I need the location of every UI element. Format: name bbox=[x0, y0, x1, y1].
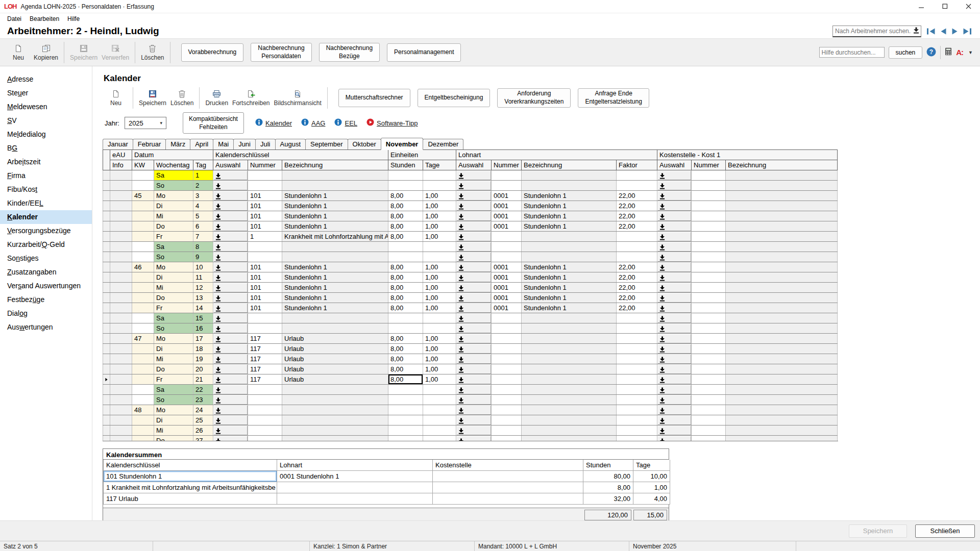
day-23-kostenstelle-nummer[interactable] bbox=[692, 395, 726, 405]
day-14-faktor[interactable]: 22,00 bbox=[617, 303, 657, 313]
day-8-ks-auswahl-button[interactable] bbox=[213, 242, 248, 252]
day-17-tage[interactable]: 1,00 bbox=[423, 334, 456, 344]
day-7-ks-auswahl-button[interactable] bbox=[213, 232, 248, 242]
day-2-stunden[interactable] bbox=[388, 181, 423, 191]
day-17-daynumber[interactable]: 17 bbox=[193, 334, 213, 344]
day-15-stunden[interactable] bbox=[388, 313, 423, 323]
day-8-tage[interactable] bbox=[423, 242, 456, 252]
day-22-kostenstelle-nummer[interactable] bbox=[692, 385, 726, 395]
day-16-kw[interactable] bbox=[132, 323, 154, 334]
day-6-kostenstelle-nummer[interactable] bbox=[692, 221, 726, 232]
day-6-stunden[interactable]: 8,00 bbox=[388, 221, 423, 232]
day-2-daynumber[interactable]: 2 bbox=[193, 181, 213, 191]
day-22-kw[interactable] bbox=[132, 385, 154, 395]
day-15-lohnart-auswahl-button[interactable] bbox=[456, 313, 492, 323]
day-5-ks-nummer[interactable]: 101 bbox=[248, 211, 282, 221]
day-21-lohnart-nummer[interactable] bbox=[492, 374, 522, 385]
day-24-stunden[interactable] bbox=[388, 405, 423, 415]
day-1-stunden[interactable] bbox=[388, 170, 423, 181]
day-22-ks-auswahl-button[interactable] bbox=[213, 385, 248, 395]
day-7-weekday[interactable]: Fr bbox=[154, 232, 193, 242]
calendar-entgeltbescheinigung-button[interactable]: Entgeltbescheinigung bbox=[418, 89, 491, 107]
day-10-kostenstelle-nummer[interactable] bbox=[692, 262, 726, 272]
day-22-stunden[interactable] bbox=[388, 385, 423, 395]
day-27-ks-nummer[interactable] bbox=[248, 436, 282, 442]
day-5-lohnart-nummer[interactable]: 0001 bbox=[492, 211, 522, 221]
day-27-kw[interactable] bbox=[132, 436, 154, 442]
tab-mai[interactable]: Mai bbox=[213, 139, 234, 149]
day-15-weekday[interactable]: Sa bbox=[154, 313, 193, 323]
day-17-stunden[interactable]: 8,00 bbox=[388, 334, 423, 344]
day-8-kostenstelle-nummer[interactable] bbox=[692, 242, 726, 252]
day-1-tage[interactable] bbox=[423, 170, 456, 181]
day-9-weekday[interactable]: So bbox=[154, 252, 193, 262]
day-17-kostenstelle-nummer[interactable] bbox=[692, 334, 726, 344]
day-2-tage[interactable] bbox=[423, 181, 456, 191]
day-5-kostenstelle-auswahl-button[interactable] bbox=[657, 211, 692, 221]
day-6-ks-auswahl-button[interactable] bbox=[213, 221, 248, 232]
sidebar-item-kurzarbeit-q-geld[interactable]: Kurzarbeit/Q-Geld bbox=[0, 238, 92, 252]
sidebar-item-versand-auswertungen[interactable]: Versand Auswertungen bbox=[0, 279, 92, 293]
sidebar-item-bg[interactable]: BG bbox=[0, 141, 92, 155]
day-8-lohnart-auswahl-button[interactable] bbox=[456, 242, 492, 252]
day-9-ks-nummer[interactable] bbox=[248, 252, 282, 262]
day-20-faktor[interactable] bbox=[617, 364, 657, 374]
day-1-lohnart-auswahl-button[interactable] bbox=[456, 170, 492, 181]
day-18-lohnart-nummer[interactable] bbox=[492, 344, 522, 354]
menu-item-datei[interactable]: Datei bbox=[3, 15, 26, 23]
link-aag[interactable]: AAG bbox=[301, 118, 325, 128]
sidebar-item-sonstiges[interactable]: Sonstiges bbox=[0, 252, 92, 265]
day-27-lohnart-auswahl-button[interactable] bbox=[456, 436, 492, 442]
day-11-kostenstelle-auswahl-button[interactable] bbox=[657, 272, 692, 283]
day-25-kostenstelle-auswahl-button[interactable] bbox=[657, 415, 692, 425]
day-26-kostenstelle-auswahl-button[interactable] bbox=[657, 425, 692, 436]
day-21-kw[interactable] bbox=[132, 374, 154, 385]
day-4-stunden[interactable]: 8,00 bbox=[388, 201, 423, 211]
day-6-kostenstelle-auswahl-button[interactable] bbox=[657, 221, 692, 232]
day-8-kostenstelle-auswahl-button[interactable] bbox=[657, 242, 692, 252]
day-2-kw[interactable] bbox=[132, 181, 154, 191]
day-1-faktor[interactable] bbox=[617, 170, 657, 181]
day-19-stunden[interactable]: 8,00 bbox=[388, 354, 423, 364]
day-15-lohnart-nummer[interactable] bbox=[492, 313, 522, 323]
toolbar-nachberechnung-button[interactable]: Nachberechnung Personaldaten bbox=[251, 43, 311, 62]
day-21-kostenstelle-auswahl-button[interactable] bbox=[657, 374, 692, 385]
day-16-ks-nummer[interactable] bbox=[248, 323, 282, 334]
tab-oktober[interactable]: Oktober bbox=[348, 139, 381, 149]
day-4-kostenstelle-auswahl-button[interactable] bbox=[657, 201, 692, 211]
day-26-weekday[interactable]: Mi bbox=[154, 425, 193, 436]
summary-cell[interactable]: 117 Urlaub bbox=[104, 493, 277, 504]
day-3-stunden[interactable]: 8,00 bbox=[388, 191, 423, 201]
day-8-daynumber[interactable]: 8 bbox=[193, 242, 213, 252]
day-20-kostenstelle-nummer[interactable] bbox=[692, 364, 726, 374]
day-27-faktor[interactable] bbox=[617, 436, 657, 442]
day-18-kw[interactable] bbox=[132, 344, 154, 354]
day-9-faktor[interactable] bbox=[617, 252, 657, 262]
menu-item-bearbeiten[interactable]: Bearbeiten bbox=[26, 15, 63, 23]
day-3-kw[interactable]: 45 bbox=[132, 191, 154, 201]
day-11-weekday[interactable]: Di bbox=[154, 272, 193, 283]
day-17-ks-nummer[interactable]: 117 bbox=[248, 334, 282, 344]
day-5-weekday[interactable]: Mi bbox=[154, 211, 193, 221]
sidebar-item-firma[interactable]: Firma bbox=[0, 169, 92, 183]
day-17-lohnart-nummer[interactable] bbox=[492, 334, 522, 344]
day-14-daynumber[interactable]: 14 bbox=[193, 303, 213, 313]
day-20-ks-auswahl-button[interactable] bbox=[213, 364, 248, 374]
day-11-kostenstelle-nummer[interactable] bbox=[692, 272, 726, 283]
day-12-kw[interactable] bbox=[132, 283, 154, 293]
day-12-lohnart-nummer[interactable]: 0001 bbox=[492, 283, 522, 293]
day-10-faktor[interactable]: 22,00 bbox=[617, 262, 657, 272]
tab-juli[interactable]: Juli bbox=[255, 139, 276, 149]
day-1-kw[interactable] bbox=[132, 170, 154, 181]
day-24-faktor[interactable] bbox=[617, 405, 657, 415]
year-select[interactable]: 2025 ▾ bbox=[125, 117, 166, 129]
calendar-toolbar-speichern-button[interactable]: Speichern bbox=[137, 86, 168, 110]
tab-juni[interactable]: Juni bbox=[233, 139, 256, 149]
day-11-faktor[interactable]: 22,00 bbox=[617, 272, 657, 283]
day-13-kostenstelle-auswahl-button[interactable] bbox=[657, 293, 692, 303]
minimize-button[interactable] bbox=[910, 0, 933, 13]
day-9-tage[interactable] bbox=[423, 252, 456, 262]
day-4-weekday[interactable]: Di bbox=[154, 201, 193, 211]
day-17-faktor[interactable] bbox=[617, 334, 657, 344]
day-1-ks-nummer[interactable] bbox=[248, 170, 282, 181]
